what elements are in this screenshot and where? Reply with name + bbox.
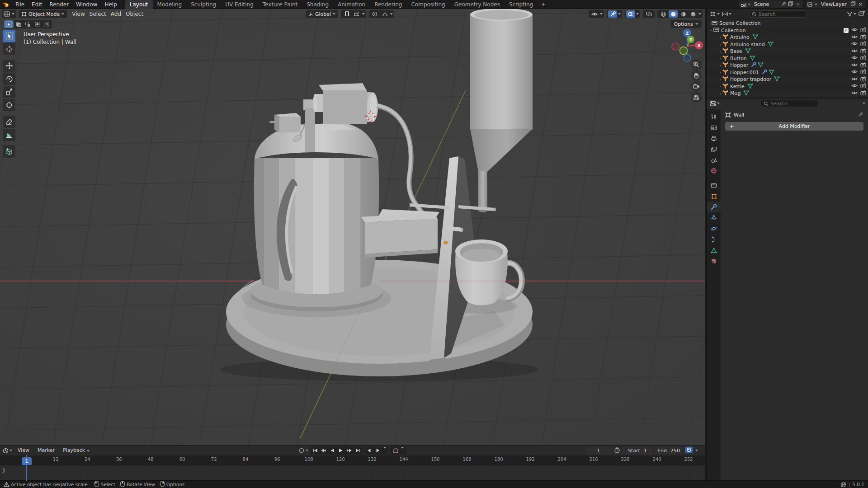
- disable-render-icon[interactable]: [860, 55, 866, 61]
- shading-mode-group[interactable]: [657, 10, 703, 18]
- current-frame-field[interactable]: 1: [585, 447, 612, 455]
- menu-help[interactable]: Help: [101, 0, 120, 9]
- select-mode-tweak[interactable]: [4, 20, 14, 28]
- outliner-search-input[interactable]: [759, 11, 804, 17]
- camera-view-button[interactable]: [691, 81, 702, 92]
- timeline-menu-playback[interactable]: Playback: [59, 446, 93, 455]
- expand-chevron[interactable]: ›: [718, 35, 722, 40]
- workspace-tab-uv-editing[interactable]: UV Editing: [221, 0, 258, 9]
- playback-sync-icon[interactable]: [392, 447, 400, 454]
- timeline-ruler[interactable]: 1 12243648607284961081201321441561681801…: [0, 455, 705, 465]
- tool-measure[interactable]: [3, 129, 15, 141]
- menu-render[interactable]: Render: [46, 0, 72, 9]
- viewport-menu-object[interactable]: Object: [123, 11, 146, 17]
- outliner-filter-button[interactable]: [847, 11, 856, 17]
- xray-toggle[interactable]: [643, 10, 655, 18]
- new-view-layer-icon[interactable]: [850, 1, 856, 8]
- scene-selector[interactable]: Scene ×: [739, 0, 803, 8]
- outliner-search[interactable]: [749, 10, 807, 18]
- play-button[interactable]: [336, 447, 345, 454]
- object-name[interactable]: Arduino stand: [730, 42, 765, 47]
- disable-render-icon[interactable]: [860, 48, 866, 55]
- disable-render-icon[interactable]: [860, 62, 866, 69]
- timeline-editor-type-button[interactable]: [3, 448, 12, 454]
- add-workspace-button[interactable]: +: [538, 0, 549, 9]
- outliner-row-arduino-stand[interactable]: ›Arduino stand: [707, 41, 868, 48]
- viewport-3d[interactable]: Object Mode ViewSelectAddObject Global: [0, 9, 705, 445]
- properties-editor-type-button[interactable]: [710, 101, 720, 106]
- outliner-row-hopper[interactable]: ›Hopper: [707, 62, 868, 69]
- channel-expand-chevron[interactable]: ❯: [2, 468, 5, 473]
- snapping-group[interactable]: [341, 10, 366, 18]
- object-origin-dot[interactable]: [444, 241, 448, 244]
- arduino-object[interactable]: [361, 209, 439, 258]
- editor-type-button[interactable]: [2, 10, 16, 18]
- viewport-menu-view[interactable]: View: [70, 11, 87, 17]
- workspace-tab-geometry-nodes[interactable]: Geometry Nodes: [450, 0, 505, 9]
- workspace-tab-compositing[interactable]: Compositing: [406, 0, 449, 9]
- hide-eye-icon[interactable]: [851, 48, 858, 55]
- tab-physics[interactable]: [707, 223, 721, 234]
- outliner-display-mode-button[interactable]: [710, 11, 720, 17]
- disable-render-icon[interactable]: [860, 41, 866, 47]
- disable-render-icon[interactable]: [860, 76, 866, 83]
- tool-scale[interactable]: [3, 86, 15, 98]
- select-mode-group[interactable]: [4, 20, 52, 28]
- tab-view-layer[interactable]: [707, 144, 721, 155]
- tab-constraints[interactable]: [707, 234, 721, 245]
- mode-selector[interactable]: Object Mode: [19, 10, 67, 18]
- prev-frame-button[interactable]: [365, 447, 373, 454]
- disable-render-icon[interactable]: [860, 90, 866, 97]
- tab-material[interactable]: [707, 256, 721, 267]
- viewport-menu-add[interactable]: Add: [108, 11, 123, 17]
- workspace-tab-modeling[interactable]: Modeling: [153, 0, 187, 9]
- workspace-tab-texture-paint[interactable]: Texture Paint: [258, 0, 302, 9]
- tab-object-data[interactable]: [707, 245, 721, 256]
- workspace-tab-scripting[interactable]: Scripting: [505, 0, 538, 9]
- expand-chevron[interactable]: ›: [718, 70, 722, 75]
- tab-render[interactable]: [707, 122, 721, 133]
- next-frame-button[interactable]: [373, 447, 382, 454]
- gizmos-toggle-group[interactable]: [607, 10, 622, 18]
- viewport-canvas[interactable]: [0, 9, 705, 445]
- tool-cursor[interactable]: [3, 43, 15, 55]
- next-keyframe-button[interactable]: [345, 447, 354, 454]
- tab-particles[interactable]: [707, 212, 721, 223]
- properties-search[interactable]: [761, 100, 818, 107]
- outliner-row-mug[interactable]: ›Mug: [707, 90, 868, 97]
- object-name[interactable]: Button: [730, 56, 747, 61]
- object-name[interactable]: Hopper: [730, 62, 748, 68]
- tab-tool[interactable]: [707, 111, 721, 122]
- blender-logo-icon[interactable]: [0, 1, 12, 8]
- expand-chevron[interactable]: ›: [718, 77, 722, 82]
- outliner-filter-id-button[interactable]: [722, 11, 731, 17]
- unlink-scene-icon[interactable]: ×: [795, 1, 801, 7]
- prev-keyframe-button[interactable]: [319, 447, 328, 454]
- keying-set-button[interactable]: [298, 447, 308, 454]
- select-mode-intersect[interactable]: [42, 20, 52, 28]
- playback-popover-chevron[interactable]: [695, 450, 698, 451]
- gizmo-x-neg-axis[interactable]: [672, 43, 679, 50]
- outliner-row-hopper-001[interactable]: ›Hopper.001: [707, 69, 868, 76]
- hide-eye-icon[interactable]: [851, 55, 858, 61]
- menu-edit[interactable]: Edit: [28, 0, 46, 9]
- outliner-row[interactable]: Scene Collection: [707, 20, 868, 27]
- expand-chevron[interactable]: ›: [718, 91, 722, 96]
- select-mode-box[interactable]: [14, 20, 23, 28]
- disable-render-icon[interactable]: [860, 27, 866, 33]
- object-name[interactable]: Base: [730, 48, 742, 54]
- object-name[interactable]: Hopper trapdoor: [730, 76, 771, 82]
- object-name[interactable]: Arduino: [730, 34, 750, 40]
- shading-rendered-icon[interactable]: [689, 10, 698, 18]
- current-frame-indicator[interactable]: 1: [22, 457, 32, 465]
- properties-options-chevron[interactable]: [863, 103, 865, 104]
- new-scene-icon[interactable]: [788, 1, 793, 8]
- workspace-tab-shading[interactable]: Shading: [302, 0, 333, 9]
- disable-render-icon[interactable]: [860, 83, 866, 89]
- frame-start-field[interactable]: Start1: [623, 447, 652, 455]
- outliner-row[interactable]: ›Collection✓: [707, 27, 868, 34]
- tab-world[interactable]: [707, 165, 721, 176]
- timeline-track[interactable]: ❯: [0, 465, 705, 480]
- tab-object[interactable]: [707, 191, 721, 202]
- hide-eye-icon[interactable]: [851, 90, 858, 97]
